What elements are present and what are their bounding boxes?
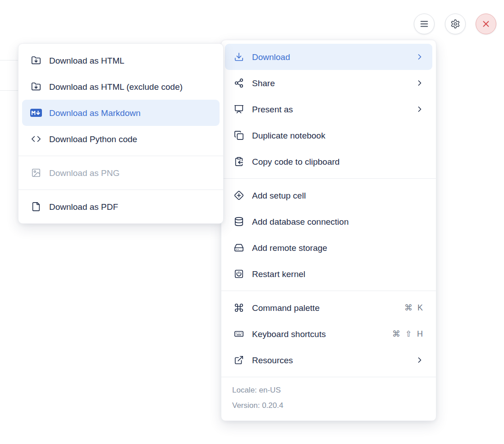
- keyboard-shortcut: ⌘ ⇧ H: [392, 330, 424, 338]
- menu-item-label: Copy code to clipboard: [252, 157, 339, 166]
- menu-item-label: Add remote storage: [252, 244, 327, 252]
- menu-item-label: Restart kernel: [252, 270, 305, 278]
- menu-item-label: Download as PDF: [49, 203, 118, 211]
- menu-item-download-as-pdf[interactable]: Download as PDF: [22, 194, 220, 220]
- menu-item-keyboard-shortcuts[interactable]: Keyboard shortcuts ⌘ ⇧ H: [225, 321, 432, 347]
- menu-item-download-as-html[interactable]: Download as HTML: [22, 47, 220, 74]
- presentation-icon: [233, 104, 245, 115]
- menu-item-download-python-code[interactable]: Download Python code: [22, 126, 220, 152]
- menu-item-label: Share: [252, 79, 275, 88]
- command-icon: [233, 302, 245, 313]
- menu-item-label: Keyboard shortcuts: [252, 330, 326, 338]
- menu-item-label: Resources: [252, 356, 293, 365]
- menu-separator: [18, 156, 223, 156]
- file-icon: [30, 201, 42, 212]
- menu-item-download-as-markdown[interactable]: Download as Markdown: [22, 100, 220, 126]
- menu-item-add-remote-storage[interactable]: Add remote storage: [225, 235, 432, 261]
- menu-item-add-setup-cell[interactable]: Add setup cell: [225, 182, 432, 208]
- folder-download-icon: [30, 55, 42, 66]
- menu-item-copy-code[interactable]: Copy code to clipboard: [225, 148, 432, 175]
- menu-separator: [221, 291, 436, 291]
- menu-item-label: Download as PNG: [49, 169, 119, 177]
- settings-button[interactable]: [445, 14, 466, 34]
- markdown-icon: [30, 107, 42, 118]
- chevron-right-icon: [415, 356, 424, 365]
- diamond-plus-icon: [233, 190, 245, 201]
- share-icon: [233, 78, 245, 88]
- menu-item-label: Command palette: [252, 304, 320, 312]
- folder-download-icon: [30, 81, 42, 92]
- download-submenu: Download as HTML Download as HTML (exclu…: [18, 43, 224, 224]
- x-icon: [480, 18, 492, 29]
- notebook-actions-menu: Download Share Present as Duplicate note…: [221, 40, 436, 421]
- menu-item-resources[interactable]: Resources: [225, 347, 432, 373]
- menu-item-restart-kernel[interactable]: Restart kernel: [225, 261, 432, 287]
- menu-item-present-as[interactable]: Present as: [225, 96, 432, 122]
- menu-item-label: Download as HTML: [49, 56, 124, 65]
- menu-item-duplicate-notebook[interactable]: Duplicate notebook: [225, 122, 432, 148]
- menu-item-download-as-png[interactable]: Download as PNG: [22, 160, 220, 186]
- menu-item-label: Download as Markdown: [49, 109, 141, 117]
- hard-drive-icon: [233, 242, 245, 253]
- page-cell-border-bottom: [0, 90, 18, 91]
- menu-separator: [221, 377, 436, 377]
- menu-item-download-as-html-exclude-code[interactable]: Download as HTML (exclude code): [22, 74, 220, 100]
- menu-item-add-database-connection[interactable]: Add database connection: [225, 208, 432, 235]
- menu-item-label: Add setup cell: [252, 191, 306, 200]
- menu-footer: Locale: en-US Version: 0.20.4: [221, 381, 436, 417]
- locale-text: Locale: en-US: [232, 383, 425, 398]
- database-icon: [233, 216, 245, 227]
- download-icon: [233, 51, 245, 62]
- keyboard-icon: [233, 328, 245, 339]
- notebook-menu-button[interactable]: [414, 14, 435, 34]
- menu-item-share[interactable]: Share: [225, 70, 432, 96]
- menu-item-label: Download as HTML (exclude code): [49, 83, 183, 91]
- chevron-right-icon: [415, 105, 424, 114]
- image-icon: [30, 167, 42, 178]
- menu-item-download[interactable]: Download: [225, 44, 432, 70]
- menu-item-label: Download: [252, 53, 290, 61]
- menu-item-command-palette[interactable]: Command palette ⌘ K: [225, 295, 432, 321]
- close-button[interactable]: [476, 14, 496, 34]
- clipboard-copy-icon: [233, 156, 245, 167]
- chevron-right-icon: [415, 52, 424, 61]
- page-cell-border-top: [0, 60, 18, 60]
- external-link-icon: [233, 355, 245, 365]
- menu-separator: [221, 178, 436, 179]
- power-square-icon: [233, 268, 245, 279]
- code-icon: [30, 134, 42, 144]
- menu-item-label: Add database connection: [252, 217, 348, 226]
- menu-item-label: Download Python code: [49, 135, 137, 143]
- chevron-right-icon: [415, 79, 424, 88]
- keyboard-shortcut: ⌘ K: [404, 304, 424, 312]
- menu-item-label: Duplicate notebook: [252, 131, 325, 140]
- menu-item-label: Present as: [252, 105, 293, 114]
- gear-icon: [449, 18, 461, 29]
- copy-icon: [233, 130, 245, 141]
- hamburger-icon: [418, 18, 430, 29]
- version-text: Version: 0.20.4: [232, 398, 425, 413]
- menu-separator: [18, 190, 223, 190]
